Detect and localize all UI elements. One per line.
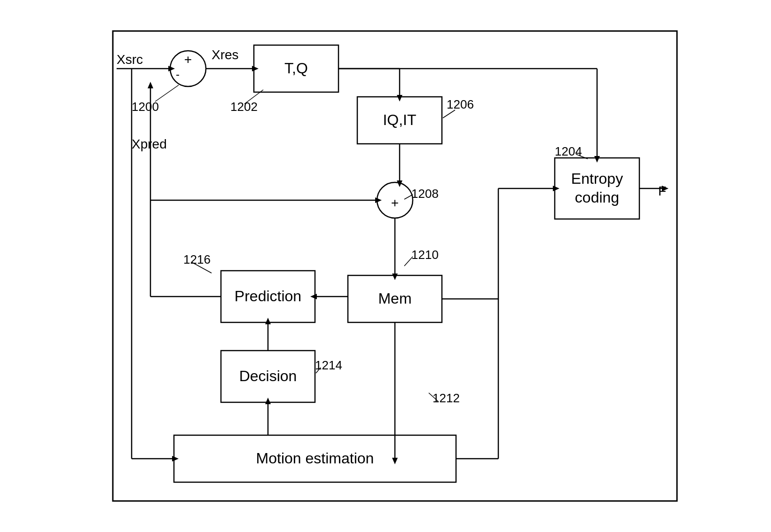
arrow-mem-to-entropy [553,186,559,191]
svg-rect-3 [555,158,639,219]
mem-label: Mem [378,290,411,307]
sum1-minus: - [176,68,180,80]
motion-estimation-label: Motion estimation [256,450,374,467]
xsrc-label: Xsrc [117,52,143,67]
arrow-decision-to-prediction [265,318,271,324]
id-1216: 1216 [183,252,211,266]
sum1-plus: + [184,52,192,67]
arrow-tq-to-entropy [594,156,600,163]
prediction-label: Prediction [235,288,301,305]
entropy-label-2: coding [575,189,619,206]
arrow-motion-to-decision [265,398,271,404]
arrow-xsrc-to-motion [172,456,179,462]
arrow-mem-to-prediction [310,294,317,299]
id-1204: 1204 [555,144,582,158]
id-1210: 1210 [411,248,439,262]
id-1214: 1214 [315,358,342,372]
xpred-label: Xpred [132,137,167,151]
arrow-xsrc-to-sum1 [168,66,175,71]
iqit-label: IQ,IT [383,111,416,128]
entropy-label-1: Entropy [571,170,623,187]
arrow-xpred-to-sum2 [375,197,382,203]
tq-label: T,Q [284,60,308,77]
svg-line-33 [155,85,179,102]
arrow-prediction-to-sum1 [148,82,153,88]
id-1206: 1206 [447,97,474,111]
id-1200: 1200 [132,100,159,114]
arrow-sum1-to-tq [252,66,259,71]
diagram-container: T,Q IQ,IT Entropy coding Mem Prediction … [75,17,696,515]
decision-label: Decision [239,368,297,384]
arrow-tq-to-iqit [397,95,402,102]
xres-label: Xres [212,47,239,62]
arrow-sum2-to-mem [392,274,398,280]
id-1202: 1202 [230,100,258,114]
id-1212: 1212 [433,391,460,405]
arrow-mem-to-motion [392,458,398,464]
id-1208: 1208 [411,187,439,201]
sum2-plus: + [391,196,399,210]
